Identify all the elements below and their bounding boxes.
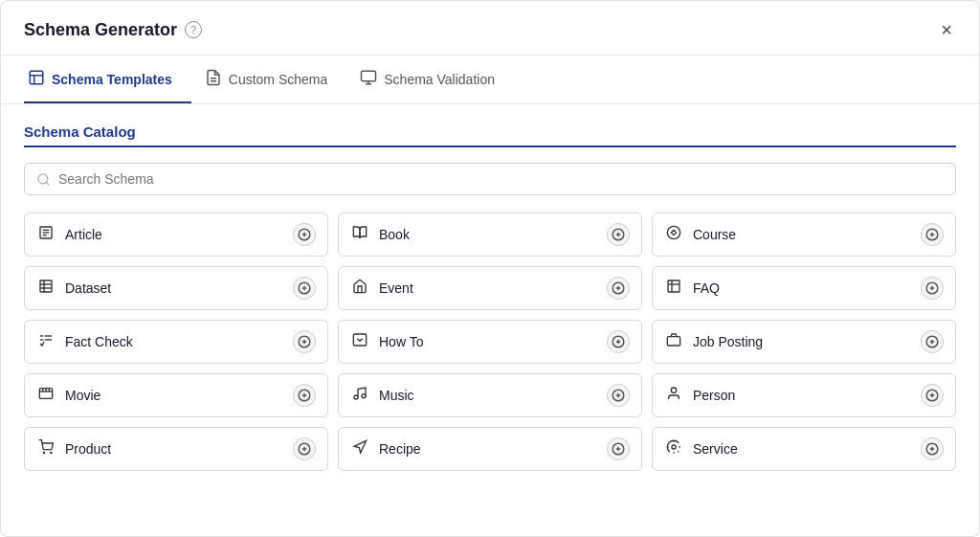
schema-item-article[interactable]: Article bbox=[24, 213, 328, 257]
schema-item-left: FAQ bbox=[664, 279, 720, 298]
schema-item-movie[interactable]: Movie bbox=[24, 373, 328, 417]
schema-item-left: Article bbox=[36, 225, 102, 244]
schema-item-job-posting[interactable]: Job Posting bbox=[652, 320, 956, 364]
person-icon bbox=[664, 386, 683, 405]
schema-item-dataset[interactable]: Dataset bbox=[24, 266, 328, 310]
add-how-to-button[interactable] bbox=[607, 330, 630, 353]
schema-item-label: Person bbox=[693, 388, 735, 403]
tab-schema-validation[interactable]: Schema Validation bbox=[356, 56, 514, 103]
schema-item-left: Book bbox=[350, 225, 410, 244]
tab-schema-templates-label: Schema Templates bbox=[52, 72, 172, 87]
recipe-icon bbox=[350, 439, 369, 459]
schema-item-how-to[interactable]: How To bbox=[338, 320, 642, 364]
schema-item-product[interactable]: Product bbox=[24, 427, 328, 471]
schema-item-label: Book bbox=[379, 227, 410, 242]
svg-point-68 bbox=[671, 388, 676, 392]
add-book-button[interactable] bbox=[607, 223, 630, 246]
factcheck-icon bbox=[36, 332, 56, 351]
schema-item-left: Product bbox=[36, 439, 111, 459]
schema-item-person[interactable]: Person bbox=[652, 373, 956, 417]
tab-custom-schema-label: Custom Schema bbox=[229, 72, 327, 87]
schema-validation-icon bbox=[360, 69, 377, 90]
schema-catalog-tab[interactable]: Schema Catalog bbox=[24, 123, 956, 147]
product-icon bbox=[36, 439, 56, 459]
movie-icon bbox=[36, 386, 56, 405]
schema-item-left: Person bbox=[664, 386, 735, 405]
tab-schema-templates[interactable]: Schema Templates bbox=[24, 56, 191, 103]
add-faq-button[interactable] bbox=[921, 277, 944, 300]
schema-item-left: Dataset bbox=[36, 279, 111, 298]
svg-point-80 bbox=[672, 445, 676, 449]
add-fact-check-button[interactable] bbox=[293, 330, 316, 353]
custom-schema-icon bbox=[205, 69, 222, 90]
schema-item-label: Recipe bbox=[379, 441, 421, 457]
svg-point-64 bbox=[362, 394, 366, 398]
close-button[interactable]: × bbox=[937, 18, 956, 41]
schema-item-label: Job Posting bbox=[693, 334, 763, 349]
schema-item-left: Movie bbox=[36, 386, 100, 405]
schema-item-faq[interactable]: FAQ bbox=[652, 266, 956, 310]
schema-item-left: Course bbox=[664, 225, 736, 244]
svg-rect-5 bbox=[362, 71, 376, 81]
schema-item-label: Dataset bbox=[65, 280, 111, 296]
add-dataset-button[interactable] bbox=[293, 277, 316, 300]
schema-item-label: Fact Check bbox=[65, 334, 133, 349]
schema-item-left: Job Posting bbox=[664, 332, 763, 351]
add-product-button[interactable] bbox=[293, 437, 316, 460]
add-service-button[interactable] bbox=[921, 437, 944, 460]
add-article-button[interactable] bbox=[293, 223, 316, 246]
schema-item-label: Article bbox=[65, 227, 102, 242]
svg-point-8 bbox=[38, 173, 48, 183]
svg-rect-24 bbox=[40, 280, 52, 292]
search-input[interactable] bbox=[58, 171, 944, 187]
add-recipe-button[interactable] bbox=[607, 437, 630, 460]
add-movie-button[interactable] bbox=[293, 384, 316, 407]
search-bar bbox=[24, 163, 956, 195]
add-job-posting-button[interactable] bbox=[921, 330, 944, 353]
svg-point-73 bbox=[51, 452, 52, 453]
schema-item-book[interactable]: Book bbox=[338, 213, 642, 257]
svg-point-72 bbox=[43, 452, 44, 453]
schema-item-recipe[interactable]: Recipe bbox=[338, 427, 642, 471]
schema-grid: Article Book Course Dat bbox=[24, 213, 956, 471]
svg-point-20 bbox=[667, 226, 679, 238]
svg-point-63 bbox=[354, 395, 358, 399]
add-course-button[interactable] bbox=[921, 223, 944, 246]
add-person-button[interactable] bbox=[921, 384, 944, 407]
tab-schema-validation-label: Schema Validation bbox=[384, 72, 495, 87]
event-icon bbox=[350, 279, 369, 298]
search-icon bbox=[36, 172, 51, 187]
schema-item-left: Fact Check bbox=[36, 332, 133, 351]
dialog-title: Schema Generator bbox=[24, 20, 177, 40]
svg-rect-47 bbox=[353, 334, 366, 346]
schema-item-fact-check[interactable]: Fact Check bbox=[24, 320, 328, 364]
schema-item-service[interactable]: Service bbox=[652, 427, 956, 471]
schema-item-event[interactable]: Event bbox=[338, 266, 642, 310]
article-icon bbox=[36, 225, 56, 244]
faq-icon bbox=[664, 279, 683, 298]
schema-item-left: Service bbox=[664, 439, 738, 459]
dataset-icon bbox=[36, 279, 56, 298]
tab-custom-schema[interactable]: Custom Schema bbox=[201, 56, 346, 103]
schema-item-left: Recipe bbox=[350, 439, 421, 459]
jobposting-icon bbox=[664, 332, 683, 351]
schema-item-label: Service bbox=[693, 441, 738, 457]
add-music-button[interactable] bbox=[607, 384, 630, 407]
help-icon[interactable]: ? bbox=[185, 21, 202, 38]
schema-item-left: Music bbox=[350, 386, 414, 405]
schema-item-music[interactable]: Music bbox=[338, 373, 642, 417]
schema-item-course[interactable]: Course bbox=[652, 213, 956, 257]
schema-item-left: Event bbox=[350, 279, 413, 298]
schema-item-label: FAQ bbox=[693, 280, 720, 296]
svg-rect-0 bbox=[30, 71, 43, 84]
course-icon bbox=[664, 225, 683, 244]
tabs-bar: Schema Templates Custom Schema Schema Va… bbox=[1, 56, 979, 104]
schema-item-left: How To bbox=[350, 332, 423, 351]
dialog-header: Schema Generator ? × bbox=[1, 1, 979, 56]
schema-item-label: Event bbox=[379, 280, 413, 296]
add-event-button[interactable] bbox=[607, 277, 630, 300]
schema-item-label: Movie bbox=[65, 388, 100, 403]
svg-line-9 bbox=[46, 182, 49, 185]
schema-generator-dialog: Schema Generator ? × Schema Templates Cu… bbox=[0, 0, 980, 537]
howto-icon bbox=[350, 332, 369, 351]
